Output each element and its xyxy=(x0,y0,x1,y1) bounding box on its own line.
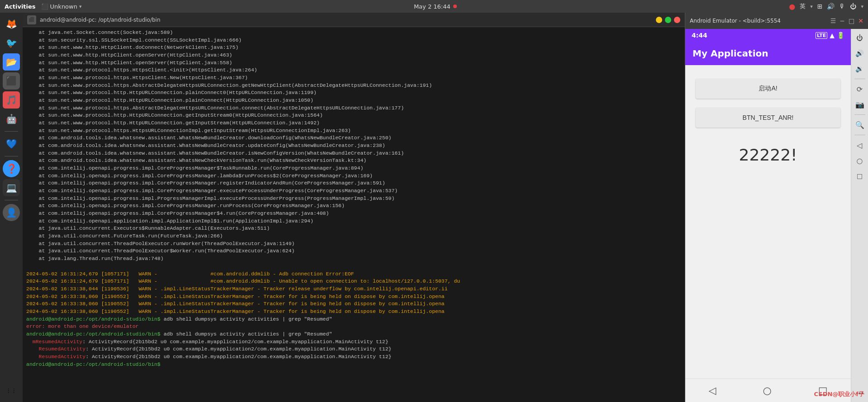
power-icon[interactable]: ⏻ xyxy=(850,3,856,10)
dock-terminal[interactable]: ⬛ xyxy=(3,72,20,90)
mic-icon: 🎙 xyxy=(839,3,845,10)
term-line: at com.intellij.openapi.progress.impl.Co… xyxy=(26,165,681,172)
lang-indicator[interactable]: 英 xyxy=(800,2,806,10)
win-close-btn[interactable] xyxy=(674,17,680,23)
term-error-line: error: more than one device/emulator xyxy=(26,323,681,331)
datetime: May 2 16:44 xyxy=(414,3,451,10)
emu-tool-screenshot[interactable]: 📷 xyxy=(854,98,866,111)
term-line: at com.intellij.openapi.progress.impl.Co… xyxy=(26,187,681,195)
topbar-right: ● 英 ▾ ⊞ 🔊 🎙 ⏻ ▾ xyxy=(789,2,863,11)
activities-label[interactable]: Activities xyxy=(5,3,36,10)
dock-apps[interactable]: ⋮⋮ xyxy=(3,382,20,399)
app-name: Unknown xyxy=(50,3,77,10)
term-line: at com.intellij.openapi.progress.impl.Pr… xyxy=(26,195,681,203)
term-line: at java.lang.Thread.run(Thread.java:748) xyxy=(26,255,681,263)
dock-firefox[interactable]: 🦊 xyxy=(3,15,20,33)
dock-separator-1 xyxy=(5,131,18,132)
dock-vscode[interactable]: 💙 xyxy=(3,135,20,152)
term-line: at java.util.concurrent.ThreadPoolExecut… xyxy=(26,240,681,248)
dock-terminal2[interactable]: 💻 xyxy=(3,179,20,196)
win-minimize-btn[interactable] xyxy=(656,17,662,23)
emu-tool-power[interactable]: ⏻ xyxy=(854,32,866,44)
term-line: at sun.net.www.protocol.https.HttpsURLCo… xyxy=(26,127,681,135)
topbar-center: May 2 16:44 xyxy=(414,3,457,10)
dock-help[interactable]: ❓ xyxy=(3,160,20,177)
term-line: at java.net.Socket.connect(Socket.java:5… xyxy=(26,29,681,37)
term-line: at sun.net.www.protocol.http.HttpURLConn… xyxy=(26,119,681,127)
term-line: at com.intellij.openapi.progress.impl.Co… xyxy=(26,180,681,187)
phone-appbar: My Application xyxy=(685,42,851,65)
term-line: at com.intellij.openapi.progress.impl.Co… xyxy=(26,210,681,218)
term-line: at com.intellij.openapi.progress.impl.Co… xyxy=(26,202,681,210)
emulator-panel: Android Emulator - <build>:5554 ☰ − □ ✕ … xyxy=(685,13,868,402)
term-line: at java.util.concurrent.ThreadPoolExecut… xyxy=(26,247,681,255)
terminal-icon: ⬛ xyxy=(27,15,36,24)
emu-tool-recent[interactable]: □ xyxy=(854,170,866,182)
terminal-titlebar: ⬛ android@android-pc: /opt/android-studi… xyxy=(23,13,685,27)
dock-user[interactable]: 👤 xyxy=(3,204,20,221)
emu-tool-volume-down[interactable]: 🔉 xyxy=(854,62,866,75)
emu-close-btn[interactable]: ✕ xyxy=(858,18,863,24)
term-warn-line-2: 2024-05-02 16:31:24,679 [1057171] WARN -… xyxy=(26,278,681,285)
term-line: at com.android.tools.idea.whatsnew.assis… xyxy=(26,150,681,157)
term-line: at sun.net.www.protocol.https.HttpsClien… xyxy=(26,66,681,74)
emu-maximize-btn[interactable]: □ xyxy=(849,18,854,24)
emu-tool-separator-3 xyxy=(854,135,865,135)
emu-tool-home[interactable]: ○ xyxy=(854,154,866,167)
signal-icon: ▲ xyxy=(830,32,835,39)
term-line: android@android-pc:/opt/android-studio/b… xyxy=(26,331,681,338)
term-line: at sun.net.www.http.HttpClient.openServe… xyxy=(26,52,681,59)
dock-files[interactable]: 📂 xyxy=(3,53,20,71)
phone-time: 4:44 xyxy=(692,32,707,39)
csdn-watermark: CSDN@职业小f子 xyxy=(814,390,864,398)
term-line: at com.intellij.openapi.progress.impl.Co… xyxy=(26,172,681,180)
phone-big-text: 22222! xyxy=(739,146,797,164)
term-line: ResumedActivity: ActivityRecord{2b15bd2 … xyxy=(26,345,681,353)
phone-btn-test-anr[interactable]: BTN_TEST_ANR! xyxy=(696,108,840,128)
term-warn-line-5: 2024-05-02 16:33:38,060 [1190552] WARN -… xyxy=(26,300,681,308)
dot-indicator xyxy=(453,5,457,8)
emu-tool-rotate[interactable]: ⟳ xyxy=(854,83,866,95)
emulator-titlebar: Android Emulator - <build>:5554 ☰ − □ ✕ xyxy=(685,13,868,29)
phone-nav-home[interactable]: ○ xyxy=(763,385,771,396)
lang-dropdown-icon[interactable]: ▾ xyxy=(810,4,813,9)
dock-separator-2 xyxy=(5,156,18,156)
emu-tool-volume-up[interactable]: 🔊 xyxy=(854,47,866,60)
term-line: android@android-pc:/opt/android-studio/b… xyxy=(26,316,681,323)
term-line: at sun.net.www.http.HttpClient.openServe… xyxy=(26,59,681,67)
emulator-body: 4:44 LTE ▲ 🔋 My Application 启动A! BTN_TES… xyxy=(685,29,868,402)
lte-badge: LTE xyxy=(816,32,827,39)
term-line: at com.android.tools.idea.whatsnew.assis… xyxy=(26,142,681,150)
term-line: at sun.net.www.protocol.http.HttpURLConn… xyxy=(26,97,681,104)
dock-thunderbird[interactable]: 🐦 xyxy=(3,34,20,52)
term-line: at sun.security.ssl.SSLSocketImpl.connec… xyxy=(26,37,681,44)
phone-btn-launch-a[interactable]: 启动A! xyxy=(696,79,840,99)
dropdown-icon[interactable]: ▾ xyxy=(79,4,82,9)
term-line: mResumedActivity: ActivityRecord{2b15bd2… xyxy=(26,338,681,346)
emu-tool-zoom[interactable]: 🔍 xyxy=(854,118,866,131)
term-warn-line-3: 2024-05-02 16:33:38,044 [1190536] WARN -… xyxy=(26,285,681,293)
term-line: at sun.net.www.protocol.http.HttpURLConn… xyxy=(26,89,681,97)
emu-tool-back[interactable]: ◁ xyxy=(854,139,866,151)
term-line: at java.util.concurrent.Executors$Runnab… xyxy=(26,225,681,232)
term-line: at sun.net.www.protocol.https.HttpsClien… xyxy=(26,74,681,82)
main-layout: 🦊 🐦 📂 ⬛ 🎵 🤖 💙 ❓ 💻 👤 ⋮⋮ ⬛ android@android… xyxy=(0,13,868,402)
term-line: at sun.net.www.protocol.https.AbstractDe… xyxy=(26,104,681,112)
win-maximize-btn[interactable] xyxy=(665,17,671,23)
dock-android-studio[interactable]: 🤖 xyxy=(3,110,20,128)
emu-minimize-btn[interactable]: − xyxy=(840,18,845,24)
phone-statusbar: 4:44 LTE ▲ 🔋 xyxy=(685,29,851,42)
network-icon: ⊞ xyxy=(817,3,823,10)
emu-menu-btn[interactable]: ☰ xyxy=(830,18,836,24)
terminal-content[interactable]: at java.net.Socket.connect(Socket.java:5… xyxy=(23,27,685,402)
dock-media[interactable]: 🎵 xyxy=(3,91,20,109)
phone-nav-back[interactable]: ◁ xyxy=(709,385,716,396)
power-dropdown-icon[interactable]: ▾ xyxy=(861,4,863,9)
terminal-area: ⬛ android@android-pc: /opt/android-studi… xyxy=(23,13,685,402)
phone-screen: 4:44 LTE ▲ 🔋 My Application 启动A! BTN_TES… xyxy=(685,29,851,402)
emu-tool-separator-1 xyxy=(854,79,865,79)
dock: 🦊 🐦 📂 ⬛ 🎵 🤖 💙 ❓ 💻 👤 ⋮⋮ xyxy=(0,13,23,402)
term-line: at java.util.concurrent.FutureTask.run(F… xyxy=(26,232,681,240)
term-warn-line-6: 2024-05-02 16:33:38,060 [1190552] WARN -… xyxy=(26,308,681,316)
emulator-title: Android Emulator - <build>:5554 xyxy=(690,18,781,24)
